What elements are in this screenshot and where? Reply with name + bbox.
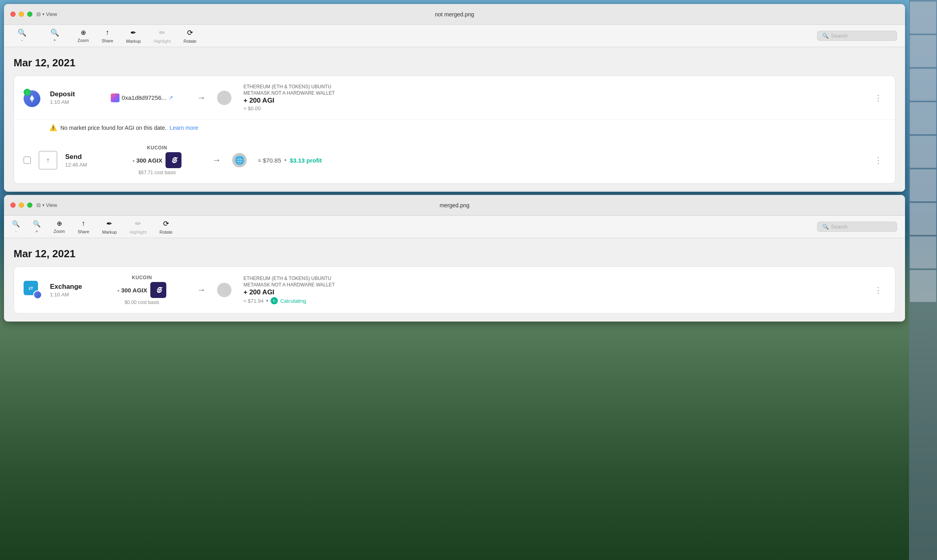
send-menu-button[interactable]: ⋮ xyxy=(871,154,885,167)
thumbnail-2[interactable] xyxy=(910,35,936,67)
bottom-share-icon: ↑ xyxy=(82,219,85,228)
deposit-warning-link[interactable]: Learn more xyxy=(169,125,198,131)
bottom-zoom-out-button[interactable]: 🔍 - xyxy=(12,220,20,234)
send-icon: ↑ xyxy=(39,151,57,169)
top-date-header: Mar 12, 2021 xyxy=(14,57,895,69)
rotate-label: Rotate xyxy=(183,39,196,44)
search-placeholder: Search xyxy=(831,33,847,39)
send-from-details: - 300 AGIX 𝕾 xyxy=(133,152,181,168)
top-maximize-button[interactable] xyxy=(27,12,32,17)
bottom-view-toggle-label: View xyxy=(46,202,57,208)
deposit-type-name: Deposit xyxy=(50,90,90,98)
bottom-zoom-out-label: - xyxy=(15,229,16,234)
exchange-to-wallet-label: ETHEREUM (ETH & TOKENS) UBUNTU xyxy=(243,276,335,281)
deposit-arrow: → xyxy=(197,93,206,103)
external-link-icon[interactable]: ↗ xyxy=(169,95,173,101)
share-icon: ↑ xyxy=(106,28,109,37)
deposit-time: 1:10 AM xyxy=(50,99,90,105)
deposit-menu-button[interactable]: ⋮ xyxy=(871,91,885,104)
bottom-share-label: Share xyxy=(78,229,89,234)
zoom-in-label: + xyxy=(54,38,56,42)
exchange-from-label: KUCOIN xyxy=(132,275,152,280)
thumbnail-5[interactable] xyxy=(910,136,936,168)
exchange-type: Exchange 1:10 AM xyxy=(50,283,90,298)
deposit-arrow-icon: ↓ xyxy=(24,89,31,96)
deposit-from: 0xa1d8d97256... ↗ xyxy=(98,93,186,102)
exchange-to-wallet-icon xyxy=(217,283,231,297)
bottom-view-toggle-chevron: ▾ xyxy=(42,203,44,207)
thumbnail-6[interactable] xyxy=(910,169,936,201)
markup-label: Markup xyxy=(126,39,141,44)
exchange-calculating-badge: ↻ Calculating xyxy=(271,297,306,304)
send-checkbox[interactable] xyxy=(24,157,31,164)
top-zoom-out-button[interactable]: 🔍 - xyxy=(12,29,32,42)
bottom-share-button[interactable]: ↑ Share xyxy=(78,219,89,234)
bottom-date-header: Mar 12, 2021 xyxy=(14,248,895,260)
thumbnail-1[interactable] xyxy=(910,2,936,34)
deposit-to-wallet-label: ETHEREUM (ETH & TOKENS) UBUNTU xyxy=(243,84,335,89)
send-arrow: → xyxy=(212,155,221,165)
top-zoom-group: ⊕ Zoom xyxy=(78,29,89,43)
deposit-to-wallet-icon xyxy=(217,91,231,105)
top-toolbar: 🔍 - 🔍 + ⊕ Zoom ↑ Share ✒ Markup ✏ Highli xyxy=(4,25,905,47)
bottom-view-toggle[interactable]: ⊟ ▾ View xyxy=(36,202,57,208)
top-search-field[interactable]: 🔍 Search xyxy=(817,31,897,41)
top-markup-button[interactable]: ✒ Markup xyxy=(126,28,141,44)
top-transaction-card: ↓ Deposit 1:10 AM xyxy=(14,75,895,184)
send-to-details: ≈ $70.85 • $3.13 profit xyxy=(258,157,322,164)
bottom-zoom-in-label: + xyxy=(36,229,38,234)
deposit-warning-text: No market price found for AGI on this da… xyxy=(60,125,166,131)
thumbnail-7[interactable] xyxy=(910,203,936,235)
thumbnail-8[interactable] xyxy=(910,236,936,268)
zoom-out-label: - xyxy=(21,38,22,42)
top-preview-window: ⊟ ▾ View not merged.png 🔍 - 🔍 + ⊕ Zoom ↑ xyxy=(4,4,905,192)
send-type: Send 12:46 AM xyxy=(65,153,105,168)
top-zoom-in-button[interactable]: 🔍 + xyxy=(45,29,65,42)
deposit-type: Deposit 1:10 AM xyxy=(50,90,90,105)
bottom-zoom-label: Zoom xyxy=(54,229,65,234)
bottom-highlight-icon: ✏ xyxy=(135,219,141,228)
bottom-highlight-label: Highlight xyxy=(130,230,147,234)
exchange-from-amount: - 300 AGIX xyxy=(118,287,147,294)
exchange-from-details: - 300 AGIX 𝕾 xyxy=(118,282,166,298)
bottom-rotate-button[interactable]: ⟳ Rotate xyxy=(159,219,172,234)
top-window-title: not merged.png xyxy=(435,11,474,18)
top-close-button[interactable] xyxy=(10,12,16,17)
bottom-zoom-group: ⊕ Zoom xyxy=(54,220,65,234)
top-rotate-button[interactable]: ⟳ Rotate xyxy=(183,28,196,44)
top-title-bar: ⊟ ▾ View not merged.png xyxy=(4,4,905,25)
top-highlight-button[interactable]: ✏ Highlight xyxy=(154,28,171,44)
exchange-menu-button[interactable]: ⋮ xyxy=(871,284,885,296)
sidebar-toggle-icon: ⊟ xyxy=(36,11,41,17)
top-minimize-button[interactable] xyxy=(19,12,24,17)
right-sidebar-strip xyxy=(909,0,937,560)
search-icon: 🔍 xyxy=(822,33,829,39)
deposit-addr-text: 0xa1d8d97256... xyxy=(122,94,167,101)
bottom-highlight-button[interactable]: ✏ Highlight xyxy=(130,219,147,234)
exchange-profit-dot: • xyxy=(266,297,269,304)
bottom-search-field[interactable]: 🔍 Search xyxy=(817,222,897,232)
bottom-markup-button[interactable]: ✒ Markup xyxy=(102,219,117,234)
thumbnail-3[interactable] xyxy=(910,69,936,101)
bottom-minimize-button[interactable] xyxy=(19,203,24,208)
send-from-amount: - 300 AGIX xyxy=(133,157,162,164)
bottom-markup-icon: ✒ xyxy=(106,219,112,228)
thumbnail-4[interactable] xyxy=(910,102,936,134)
bottom-close-button[interactable] xyxy=(10,203,16,208)
send-profit-dot: • xyxy=(284,157,287,164)
top-content-area: Mar 12, 2021 ↓ xyxy=(4,47,905,192)
exchange-to-amount: + 200 AGI xyxy=(243,288,335,296)
exchange-kucoin-icon: 𝕾 xyxy=(150,282,166,298)
send-from-sub: $67.71 cost basis xyxy=(138,170,175,175)
thumbnail-9[interactable] xyxy=(910,270,936,302)
exchange-from: KUCOIN - 300 AGIX 𝕾 $0.00 cost basis xyxy=(98,275,186,305)
bottom-sidebar-toggle-icon: ⊟ xyxy=(36,202,41,208)
calculating-text: Calculating xyxy=(280,298,306,304)
top-share-button[interactable]: ↑ Share xyxy=(102,28,113,43)
bottom-zoom-in-button[interactable]: 🔍 + xyxy=(33,220,41,234)
exchange-type-name: Exchange xyxy=(50,283,90,291)
top-view-toggle[interactable]: ⊟ ▾ View xyxy=(36,11,57,17)
deposit-warning-row: ⚠️ No market price found for AGI on this… xyxy=(14,119,895,137)
highlight-icon: ✏ xyxy=(159,28,165,37)
bottom-maximize-button[interactable] xyxy=(27,203,32,208)
